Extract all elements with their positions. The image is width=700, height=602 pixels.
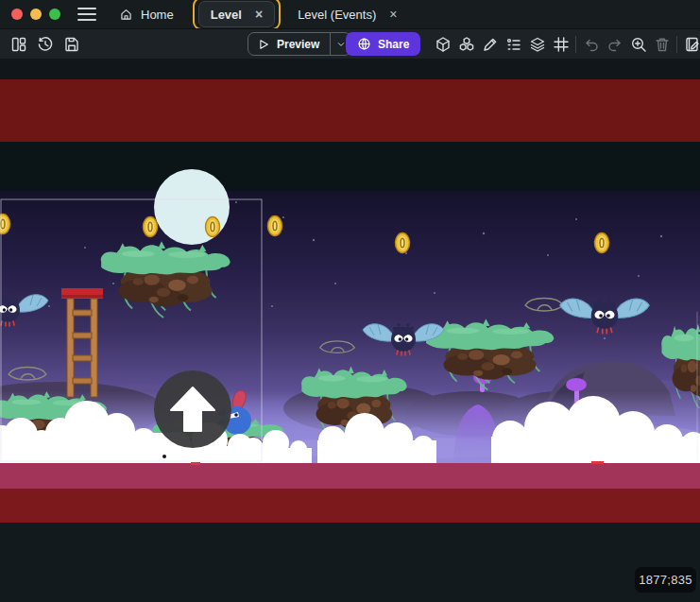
small-dot (162, 455, 166, 458)
toolbar-right-group (431, 29, 700, 59)
red-dash (191, 462, 200, 465)
coin-sprite[interactable] (396, 233, 410, 253)
editor-background-top (0, 59, 700, 79)
layers-icon[interactable] (525, 33, 549, 56)
coin-sprite[interactable] (268, 216, 282, 236)
close-tab-icon[interactable]: × (389, 8, 397, 21)
top-red-band[interactable] (0, 79, 700, 142)
home-icon (119, 8, 133, 22)
save-icon[interactable] (60, 33, 83, 56)
editor-background-bottom (0, 523, 700, 602)
toolbar: Preview Share (0, 28, 700, 59)
trash-icon[interactable] (650, 33, 674, 56)
globe-icon (357, 37, 371, 51)
redo-icon[interactable] (603, 33, 626, 56)
edit-properties-icon[interactable] (478, 33, 502, 56)
zoom-in-icon[interactable] (626, 33, 650, 56)
cursor-coordinates-badge: 1877;835 (635, 567, 696, 593)
edit-scene-icon[interactable] (680, 33, 700, 56)
tab-bar: Home Level × Level (Events) × (108, 0, 408, 28)
history-icon[interactable] (34, 33, 57, 56)
toolbar-divider (575, 36, 576, 53)
objects-3d-icon[interactable] (431, 33, 454, 56)
tab-home[interactable]: Home (108, 2, 185, 26)
red-dash (591, 461, 604, 464)
toolbar-divider (676, 36, 677, 53)
object-groups-icon[interactable] (454, 33, 478, 56)
zoom-window-button[interactable] (49, 9, 60, 20)
coin-sprite[interactable] (144, 217, 158, 237)
preview-button-group: Preview (248, 32, 351, 56)
menu-icon[interactable] (77, 8, 96, 21)
instances-list-icon[interactable] (502, 33, 525, 56)
play-icon (257, 38, 270, 51)
app-window: Home Level × Level (Events) × (0, 0, 700, 602)
tab-level[interactable]: Level × (198, 1, 275, 27)
close-tab-icon[interactable]: × (255, 8, 263, 21)
scene-editor-viewport: 1877;835 (0, 59, 700, 602)
touch-arrow-control[interactable] (154, 370, 231, 448)
tab-label: Home (141, 8, 174, 22)
lower-red-band[interactable] (0, 489, 700, 523)
ground-band[interactable] (0, 463, 700, 489)
minimize-window-button[interactable] (30, 9, 42, 20)
share-label: Share (378, 38, 409, 51)
grid-icon[interactable] (549, 33, 572, 56)
share-button[interactable]: Share (346, 32, 420, 56)
titlebar: Home Level × Level (Events) × (0, 0, 700, 28)
toolbar-left-group (8, 29, 83, 59)
preview-label: Preview (277, 38, 319, 51)
dark-band (0, 142, 700, 191)
traffic-lights (11, 9, 60, 20)
coin-sprite[interactable] (206, 217, 220, 237)
tab-label: Level (Events) (298, 8, 376, 22)
scene-canvas[interactable] (0, 59, 700, 602)
tab-level-events[interactable]: Level (Events) × (286, 2, 408, 26)
project-panels-icon[interactable] (8, 33, 30, 56)
coin-sprite[interactable] (0, 215, 10, 234)
undo-icon[interactable] (579, 33, 603, 56)
tab-label: Level (211, 8, 242, 22)
preview-button[interactable]: Preview (248, 33, 330, 55)
close-window-button[interactable] (11, 9, 23, 20)
coin-sprite[interactable] (595, 233, 609, 253)
